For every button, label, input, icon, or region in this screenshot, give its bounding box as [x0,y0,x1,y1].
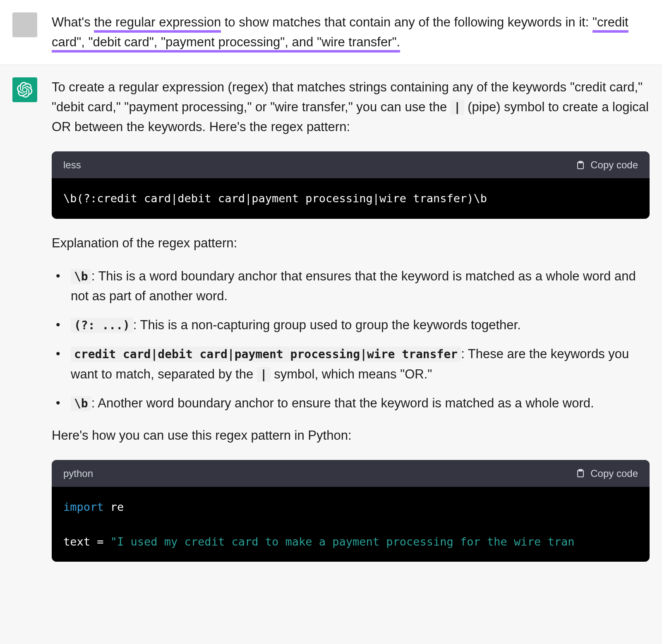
copy-code-button[interactable]: Copy code [576,466,638,481]
code-body[interactable]: \b(?:credit card|debit card|payment proc… [52,178,650,219]
code-body[interactable]: import re text = "I used my credit card … [52,487,650,562]
code-lang-label: less [63,157,81,172]
assistant-avatar [12,77,37,102]
code-token: text = [63,535,110,548]
inline-code: \b [71,396,91,411]
copy-code-button[interactable]: Copy code [576,157,638,172]
clipboard-icon [576,468,585,478]
user-avatar [12,12,37,37]
code-block-header: python Copy code [52,460,650,487]
paragraph: To create a regular expression (regex) t… [52,77,650,137]
clipboard-icon [576,160,585,170]
list-item: credit card|debit card|payment processin… [63,344,650,384]
list-item: (?: ...): This is a non-capturing group … [63,315,650,335]
highlight-span: the regular expression [94,15,221,33]
copy-code-label: Copy code [590,466,638,481]
assistant-message-row: To create a regular expression (regex) t… [0,65,662,589]
text-fragment: What's [52,15,94,29]
code-token-string: "I used my credit card to make a payment… [110,535,575,548]
text-fragment: : This is a word boundary anchor that en… [71,269,636,303]
inline-code: (?: ...) [71,318,133,333]
code-token: re [104,500,124,513]
user-message-text: What's the regular expression to show ma… [52,12,650,52]
explanation-list: \b: This is a word boundary anchor that … [52,266,650,413]
code-token-keyword: import [63,500,104,513]
text-fragment: symbol, which means "OR." [271,367,432,381]
copy-code-label: Copy code [590,157,638,172]
text-fragment: : This is a non-capturing group used to … [133,318,521,332]
inline-code: | [257,367,271,382]
inline-code: \b [71,269,91,284]
paragraph: Here's how you can use this regex patter… [52,426,650,445]
code-block-header: less Copy code [52,151,650,178]
list-item: \b: Another word boundary anchor to ensu… [63,393,650,413]
text-fragment: to show matches that contain any of the … [221,15,592,29]
code-lang-label: python [63,466,93,481]
assistant-message-text: To create a regular expression (regex) t… [52,77,650,576]
inline-code: credit card|debit card|payment processin… [71,347,461,362]
list-item: \b: This is a word boundary anchor that … [63,266,650,306]
text-fragment: : Another word boundary anchor to ensure… [91,396,594,410]
inline-code: | [451,100,464,115]
openai-logo-icon [17,82,33,98]
user-message-row: What's the regular expression to show ma… [0,0,662,65]
paragraph: Explanation of the regex pattern: [52,233,650,253]
code-block-regex: less Copy code \b(?:credit card|debit ca… [52,151,650,219]
code-block-python: python Copy code import re text = "I use… [52,460,650,562]
